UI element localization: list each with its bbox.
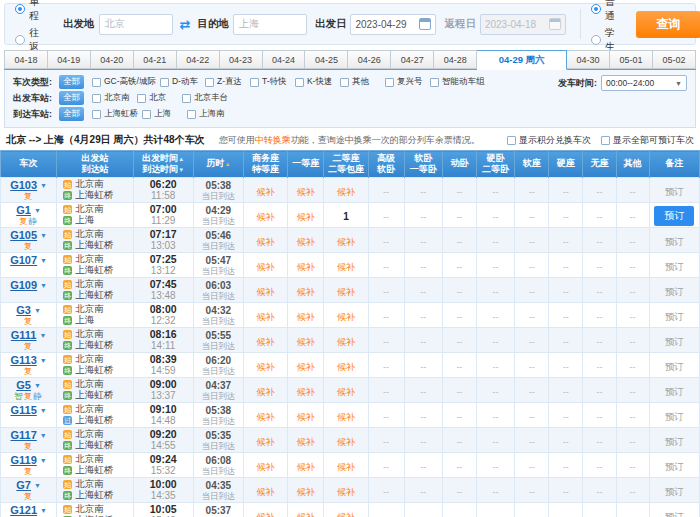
waitlist-status[interactable]: 候补 xyxy=(257,337,275,347)
waitlist-status[interactable]: 候补 xyxy=(337,437,355,447)
radio-selected-icon[interactable] xyxy=(591,4,601,14)
waitlist-status[interactable]: 候补 xyxy=(297,512,315,517)
chevron-down-icon[interactable]: ▼ xyxy=(40,232,47,239)
display-option-显示积分兑换车次[interactable]: 显示积分兑换车次 xyxy=(507,134,591,147)
passenger-type-option[interactable]: 普通 xyxy=(591,0,622,23)
waitlist-status[interactable]: 候补 xyxy=(257,262,275,272)
chevron-down-icon[interactable]: ▼ xyxy=(40,282,47,289)
train-number-link[interactable]: G1 xyxy=(16,204,31,216)
waitlist-status[interactable]: 候补 xyxy=(297,287,315,297)
waitlist-status[interactable]: 候补 xyxy=(297,412,315,422)
waitlist-status[interactable]: 候补 xyxy=(297,237,315,247)
train-number-link[interactable]: G117 xyxy=(10,429,36,441)
waitlist-status[interactable]: 候补 xyxy=(297,212,315,222)
train-number-link[interactable]: G115 xyxy=(10,404,36,416)
waitlist-status[interactable]: 候补 xyxy=(337,412,355,422)
waitlist-status[interactable]: 候补 xyxy=(337,312,355,322)
waitlist-status[interactable]: 候补 xyxy=(337,262,355,272)
chevron-down-icon[interactable]: ▼ xyxy=(34,482,41,489)
waitlist-status[interactable]: 候补 xyxy=(337,187,355,197)
date-tab-04-23[interactable]: 04-23 xyxy=(220,50,263,69)
checkbox-icon[interactable] xyxy=(92,94,101,103)
date-tab-04-20[interactable]: 04-20 xyxy=(91,50,134,69)
book-button[interactable]: 预订 xyxy=(654,206,694,226)
waitlist-status[interactable]: 候补 xyxy=(257,462,275,472)
checkbox-icon[interactable] xyxy=(295,78,304,87)
waitlist-status[interactable]: 候补 xyxy=(297,437,315,447)
date-tab-04-21[interactable]: 04-21 xyxy=(134,50,177,69)
sort-asc-icon[interactable]: ▲ xyxy=(224,161,230,167)
display-option-显示全部可预订车次[interactable]: 显示全部可预订车次 xyxy=(601,134,694,147)
checkbox-icon[interactable] xyxy=(182,94,191,103)
depart-date-input[interactable] xyxy=(355,19,415,30)
filter-option-复兴号[interactable]: 复兴号 xyxy=(385,76,426,88)
checkbox-icon[interactable] xyxy=(430,78,439,87)
waitlist-status[interactable]: 候补 xyxy=(257,187,275,197)
waitlist-status[interactable]: 候补 xyxy=(297,362,315,372)
date-tab-04-28[interactable]: 04-28 xyxy=(434,50,477,69)
chevron-down-icon[interactable]: ▼ xyxy=(40,432,47,439)
chevron-down-icon[interactable]: ▼ xyxy=(40,182,47,189)
filter-option-北京南[interactable]: 北京南 xyxy=(92,92,133,104)
date-tab-04-29[interactable]: 04-29 周六 xyxy=(477,50,567,70)
train-number-link[interactable]: G113 xyxy=(10,354,36,366)
filter-all-badge[interactable]: 全部 xyxy=(59,75,84,89)
transfer-link[interactable]: 中转换乘 xyxy=(255,135,291,145)
waitlist-status[interactable]: 候补 xyxy=(297,337,315,347)
date-tab-04-26[interactable]: 04-26 xyxy=(348,50,391,69)
filter-all-badge[interactable]: 全部 xyxy=(59,91,84,105)
train-number-link[interactable]: G107 xyxy=(10,254,37,266)
train-number-link[interactable]: G103 xyxy=(10,179,37,191)
depart-time-select[interactable]: 00:00--24:00 ▼ xyxy=(601,75,687,91)
chevron-down-icon[interactable]: ▼ xyxy=(40,457,47,464)
date-tab-04-30[interactable]: 04-30 xyxy=(567,50,610,69)
to-input[interactable] xyxy=(233,14,307,35)
waitlist-status[interactable]: 候补 xyxy=(257,237,275,247)
filter-option-D-动车[interactable]: D-动车 xyxy=(160,76,201,88)
from-input[interactable] xyxy=(99,14,173,35)
waitlist-status[interactable]: 候补 xyxy=(297,187,315,197)
filter-option-Z-直达[interactable]: Z-直达 xyxy=(205,76,246,88)
swap-stations-icon[interactable]: ⇄ xyxy=(180,17,191,32)
date-tab-04-24[interactable]: 04-24 xyxy=(263,50,306,69)
checkbox-icon[interactable] xyxy=(92,110,101,119)
column-header-出发时间[interactable]: 出发时间▲到达时间▼ xyxy=(133,151,193,178)
search-button[interactable]: 查询 xyxy=(636,11,700,38)
chevron-down-icon[interactable]: ▼ xyxy=(40,407,47,414)
train-number-link[interactable]: G119 xyxy=(10,454,36,466)
waitlist-status[interactable]: 候补 xyxy=(337,512,355,517)
radio-selected-icon[interactable] xyxy=(15,4,25,14)
chevron-down-icon[interactable]: ▼ xyxy=(40,507,47,514)
checkbox-icon[interactable] xyxy=(507,136,516,145)
calendar-icon[interactable] xyxy=(419,18,431,30)
waitlist-status[interactable]: 候补 xyxy=(257,412,275,422)
waitlist-status[interactable]: 候补 xyxy=(257,387,275,397)
waitlist-status[interactable]: 候补 xyxy=(257,312,275,322)
date-tab-05-01[interactable]: 05-01 xyxy=(610,50,653,69)
checkbox-icon[interactable] xyxy=(601,136,610,145)
train-number-link[interactable]: G3 xyxy=(16,304,31,316)
filter-option-智能动车组[interactable]: 智能动车组 xyxy=(430,76,485,88)
filter-option-上海虹桥[interactable]: 上海虹桥 xyxy=(92,108,138,120)
date-tab-05-02[interactable]: 05-02 xyxy=(653,50,696,69)
checkbox-icon[interactable] xyxy=(187,110,196,119)
checkbox-icon[interactable] xyxy=(142,110,151,119)
sort-asc-icon[interactable]: ▲ xyxy=(178,156,184,162)
chevron-down-icon[interactable]: ▼ xyxy=(40,332,47,339)
checkbox-icon[interactable] xyxy=(385,78,394,87)
chevron-down-icon[interactable]: ▼ xyxy=(34,207,41,214)
filter-option-北京[interactable]: 北京 xyxy=(137,92,178,104)
checkbox-icon[interactable] xyxy=(205,78,214,87)
waitlist-status[interactable]: 候补 xyxy=(257,287,275,297)
date-tab-04-27[interactable]: 04-27 xyxy=(391,50,434,69)
checkbox-icon[interactable] xyxy=(92,78,101,87)
filter-option-上海南[interactable]: 上海南 xyxy=(187,108,228,120)
waitlist-status[interactable]: 候补 xyxy=(297,487,315,497)
train-number-link[interactable]: G5 xyxy=(16,379,31,391)
waitlist-status[interactable]: 候补 xyxy=(337,462,355,472)
filter-option-上海[interactable]: 上海 xyxy=(142,108,183,120)
radio-icon[interactable] xyxy=(591,35,601,45)
filter-option-北京丰台[interactable]: 北京丰台 xyxy=(182,92,228,104)
checkbox-icon[interactable] xyxy=(340,78,349,87)
radio-icon[interactable] xyxy=(15,35,25,45)
